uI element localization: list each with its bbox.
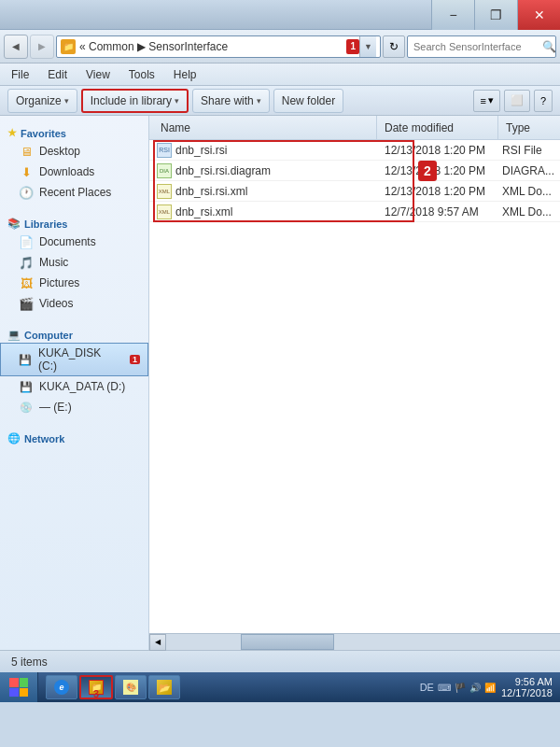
files-container: 2 RSI dnb_rsi.rsi 12/13/2018 1:20 PM RSI…: [149, 140, 560, 633]
file-item-name-1: DIA dnb_rsi.rsi.diagram: [153, 163, 377, 178]
sidebar-recent-label: Recent Places: [39, 186, 111, 199]
refresh-button[interactable]: ↻: [383, 35, 405, 58]
file-name-0: dnb_rsi.rsi: [175, 144, 227, 157]
search-bar[interactable]: 🔍: [407, 35, 556, 58]
sidebar-item-documents[interactable]: 📄 Documents: [0, 232, 148, 252]
file-item-3[interactable]: XML dnb_rsi.xml 12/7/2018 9:57 AM XML Do…: [149, 202, 560, 222]
scroll-thumb[interactable]: [241, 634, 334, 650]
taskbar-item-explorer[interactable]: 📁 3: [79, 675, 113, 699]
status-items-count: 5 items: [11, 655, 48, 669]
include-library-arrow-icon: ▾: [175, 96, 179, 106]
system-tray: DE ⌨ 🏴 🔊 📶 9:56 AM 12/17/2018: [413, 676, 560, 698]
libraries-label: Libraries: [24, 218, 67, 230]
start-icon: [9, 678, 28, 697]
include-library-button[interactable]: Include in library ▾: [81, 89, 189, 113]
pictures-icon: 🖼: [19, 275, 34, 290]
sidebar-item-kuka-e[interactable]: 💿 — (E:): [0, 397, 148, 417]
share-with-button[interactable]: Share with ▾: [192, 89, 270, 113]
forward-button[interactable]: ▶: [30, 35, 54, 59]
menu-file[interactable]: File: [7, 66, 33, 83]
favorites-header[interactable]: ★ Favorites: [0, 123, 148, 141]
taskbar: e 📁 3 🎨 📂 DE ⌨ 🏴 🔊 📶 9:56 AM: [0, 672, 560, 702]
address-dropdown-button[interactable]: ▼: [359, 36, 376, 57]
new-folder-button[interactable]: New folder: [273, 89, 343, 113]
favorites-section: ★ Favorites 🖥 Desktop ⬇ Downloads 🕐 Rece…: [0, 123, 148, 203]
tray-speaker-icon: 🔊: [469, 683, 481, 693]
search-icon[interactable]: 🔍: [542, 40, 556, 53]
toolbar-right: ≡ ▾ ⬜ ?: [473, 90, 553, 112]
views-button[interactable]: ≡ ▾: [473, 90, 499, 112]
file-type-3: XML Do...: [498, 205, 560, 218]
address-badge-1: 1: [346, 39, 359, 54]
videos-icon: 🎬: [19, 296, 34, 311]
file-item-2[interactable]: XML dnb_rsi.rsi.xml 12/13/2018 1:20 PM X…: [149, 181, 560, 202]
close-button[interactable]: ✕: [517, 0, 560, 30]
clock-date: 12/17/2018: [501, 687, 553, 698]
kuka-c-drive-icon: 💾: [18, 352, 33, 367]
organize-button[interactable]: Organize ▾: [7, 89, 77, 113]
sidebar-kuka-c-label: KUKA_DISK (C:): [38, 346, 122, 373]
menu-edit[interactable]: Edit: [44, 66, 71, 83]
sidebar-item-recent-places[interactable]: 🕐 Recent Places: [0, 182, 148, 203]
include-library-label: Include in library: [91, 94, 172, 107]
restore-button[interactable]: ❐: [474, 0, 517, 30]
address-bar[interactable]: 📁 « Common ▶ SensorInterface 1 ▼: [56, 35, 381, 58]
pane-button[interactable]: ⬜: [504, 90, 530, 112]
sidebar-item-kuka-c[interactable]: 💾 KUKA_DISK (C:) 1: [0, 343, 148, 376]
column-header-type[interactable]: Type: [498, 116, 560, 139]
sidebar-item-downloads[interactable]: ⬇ Downloads: [0, 162, 148, 182]
desktop-icon: 🖥: [19, 144, 34, 159]
file-date-1: 12/13/2018 1:20 PM: [377, 164, 498, 177]
column-header-date[interactable]: Date modified: [377, 116, 498, 139]
new-folder-label: New folder: [282, 94, 335, 107]
sidebar-pictures-label: Pictures: [39, 276, 79, 289]
sidebar-item-music[interactable]: 🎵 Music: [0, 252, 148, 273]
share-with-label: Share with: [201, 94, 254, 107]
minimize-button[interactable]: −: [431, 0, 474, 30]
taskbar-item-folder[interactable]: 📂: [148, 675, 180, 699]
menu-tools[interactable]: Tools: [125, 66, 159, 83]
file-list-header: Name Date modified Type: [149, 116, 560, 140]
status-bar: 5 items: [0, 650, 560, 672]
menu-help[interactable]: Help: [170, 66, 201, 83]
network-header[interactable]: 🌐 Network: [0, 429, 148, 446]
libraries-header[interactable]: 📚 Libraries: [0, 214, 148, 232]
menu-view[interactable]: View: [82, 66, 114, 83]
clock-time: 9:56 AM: [501, 676, 553, 687]
file-type-2: XML Do...: [498, 185, 560, 198]
file-item-1[interactable]: DIA dnb_rsi.rsi.diagram 12/13/2018 1:20 …: [149, 161, 560, 181]
column-header-name[interactable]: Name: [153, 116, 377, 139]
help-button[interactable]: ?: [534, 90, 553, 112]
file-icon-3: XML: [157, 204, 172, 219]
search-input[interactable]: [413, 41, 542, 52]
file-name-1: dnb_rsi.rsi.diagram: [175, 164, 271, 177]
views-arrow: ▾: [488, 94, 494, 106]
file-item-name-2: XML dnb_rsi.rsi.xml: [153, 184, 377, 199]
taskbar-item-ie[interactable]: e: [46, 675, 77, 699]
computer-header[interactable]: 💻 Computer: [0, 325, 148, 343]
title-bar: − ❐ ✕: [0, 0, 560, 30]
scroll-left-button[interactable]: ◀: [149, 634, 166, 651]
address-text: « Common ▶ SensorInterface: [79, 40, 346, 53]
sidebar-item-videos[interactable]: 🎬 Videos: [0, 293, 148, 314]
kuka-e-drive-icon: 💿: [19, 400, 34, 415]
sidebar: ★ Favorites 🖥 Desktop ⬇ Downloads 🕐 Rece…: [0, 116, 149, 650]
back-button[interactable]: ◀: [4, 35, 28, 59]
taskbar-item-paint[interactable]: 🎨: [115, 675, 147, 699]
start-button[interactable]: [0, 672, 38, 702]
tray-flag-icon: 🏴: [455, 683, 466, 693]
views-icon: ≡: [480, 95, 485, 106]
network-label: Network: [24, 433, 64, 444]
computer-label: Computer: [24, 330, 73, 341]
clock-display: 9:56 AM 12/17/2018: [501, 676, 553, 698]
sidebar-downloads-label: Downloads: [39, 165, 94, 178]
horizontal-scrollbar[interactable]: ◀ ▶: [149, 633, 560, 650]
file-date-0: 12/13/2018 1:20 PM: [377, 144, 498, 157]
sidebar-item-desktop[interactable]: 🖥 Desktop: [0, 141, 148, 162]
sidebar-item-kuka-d[interactable]: 💾 KUKA_DATA (D:): [0, 376, 148, 397]
file-item-0[interactable]: RSI dnb_rsi.rsi 12/13/2018 1:20 PM RSI F…: [149, 140, 560, 161]
music-icon: 🎵: [19, 255, 34, 270]
scroll-track[interactable]: [166, 634, 560, 650]
documents-icon: 📄: [19, 234, 34, 249]
sidebar-item-pictures[interactable]: 🖼 Pictures: [0, 273, 148, 293]
